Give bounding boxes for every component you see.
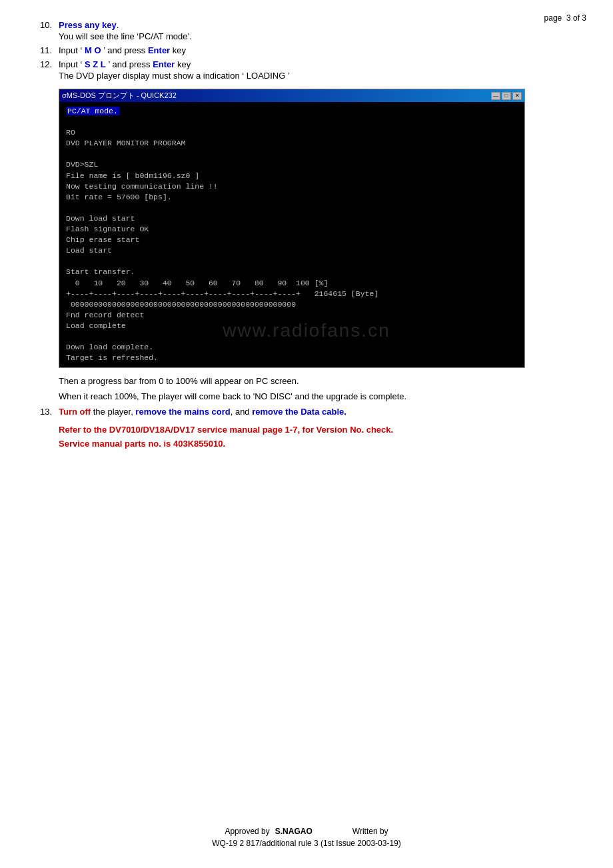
step-11-line: 11. Input ‘ M O ’ and press Enter key xyxy=(40,45,573,55)
dos-target-refreshed: Target is refreshed. xyxy=(66,353,518,363)
written-label: Written by xyxy=(352,827,388,836)
dos-download-start: Down load start xyxy=(66,213,518,224)
step-11-num: 11. xyxy=(40,45,59,55)
dos-load-complete: Load complete xyxy=(66,321,518,331)
remove-data: remove the Data cable. xyxy=(252,407,346,417)
dos-dvd-monitor: DVD PLAYER MONITOR PROGRAM xyxy=(66,138,518,149)
turn-off: Turn off xyxy=(59,407,91,417)
footer-line1: Approved by S.NAGAO Written by xyxy=(0,827,613,836)
footer-doc-ref: WQ-19 2 817/additional rule 3 (1st Issue… xyxy=(0,839,613,848)
note-block: Refer to the DV7010/DV18A/DV17 service m… xyxy=(59,423,573,451)
dos-progress-zeros: 0000000000000000000000000000000000000000… xyxy=(66,299,518,310)
reach-text: When it reach 100%, The player will come… xyxy=(59,391,573,401)
dos-download-complete: Down load complete. xyxy=(66,342,518,353)
footer-written: Written by xyxy=(352,827,388,836)
dos-filename: File name is [ b0dm1196.sz0 ] xyxy=(66,171,518,181)
enter-key-12: Enter xyxy=(153,59,175,69)
footer: Approved by S.NAGAO Written by WQ-19 2 8… xyxy=(0,827,613,848)
dos-blank1 xyxy=(66,117,518,127)
step-10-num: 10. xyxy=(40,20,59,30)
dos-pcmode: PC/AT mode. xyxy=(66,106,518,117)
dos-fnd-record: Fnd record detect xyxy=(66,310,518,321)
page-number: page 3 of 3 xyxy=(544,13,586,23)
dos-bitrate: Bit rate = 57600 [bps]. xyxy=(66,192,518,203)
dos-flash-sig: Flash signature OK xyxy=(66,224,518,235)
step-10-text: Press any key. xyxy=(59,20,119,30)
dos-blank5 xyxy=(66,331,518,342)
approved-label: Approved by xyxy=(225,827,269,836)
dos-testing: Now testing communication line !! xyxy=(66,181,518,192)
step-12-num: 12. xyxy=(40,59,59,69)
step-13-line: 13. Turn off the player, remove the main… xyxy=(40,407,573,417)
dos-progress-labels: 0 10 20 30 40 50 60 70 80 90 100 [%] xyxy=(66,278,518,289)
dos-titlebar: σMS-DOS プロンプト - QUICK232 — □ ✕ xyxy=(59,89,524,102)
dos-load-start: Load start xyxy=(66,245,518,256)
page-current: 3 of 3 xyxy=(566,13,586,23)
dos-blank2 xyxy=(66,149,518,159)
progress-text: Then a progress bar from 0 to 100% will … xyxy=(59,376,573,386)
remove-mains: remove the mains cord xyxy=(135,407,230,417)
enter-key-11: Enter xyxy=(148,45,170,55)
close-button[interactable]: ✕ xyxy=(512,92,522,100)
step-10-subtext: You will see the line ‘PC/AT mode’. xyxy=(59,31,573,41)
step-10: 10. Press any key. You will see the line… xyxy=(40,20,573,41)
page-label: page xyxy=(544,13,562,23)
press-any-key: Press any key xyxy=(59,20,117,30)
dos-blank3 xyxy=(66,203,518,213)
step-12: 12. Input ‘ S Z L ’ and press Enter key … xyxy=(40,59,573,81)
step-13: 13. Turn off the player, remove the main… xyxy=(40,407,573,417)
dos-start-transfer: Start transfer. xyxy=(66,267,518,277)
szl-command: S Z L xyxy=(85,59,106,69)
dos-title: σMS-DOS プロンプト - QUICK232 xyxy=(62,91,177,101)
pcmode-highlight: PC/AT mode. xyxy=(66,107,119,115)
footer-approved: Approved by S.NAGAO xyxy=(225,827,312,836)
dos-dvd-szl: DVD>SZL xyxy=(66,159,518,170)
dos-controls: — □ ✕ xyxy=(491,92,522,100)
dos-progress-bar-line: +----+----+----+----+----+----+----+----… xyxy=(66,289,518,299)
step-11: 11. Input ‘ M O ’ and press Enter key xyxy=(40,45,573,55)
step-10-line: 10. Press any key. xyxy=(40,20,573,30)
dos-chip-erase: Chip erase start xyxy=(66,235,518,245)
dos-ro: RO xyxy=(66,127,518,138)
dos-window: σMS-DOS プロンプト - QUICK232 — □ ✕ PC/AT mod… xyxy=(59,89,525,368)
dos-blank4 xyxy=(66,256,518,267)
note-line2: Service manual parts no. is 403K855010. xyxy=(59,437,573,451)
step-12-text: Input ‘ S Z L ’ and press Enter key xyxy=(59,59,191,69)
step-13-num: 13. xyxy=(40,407,59,417)
step-11-text: Input ‘ M O ’ and press Enter key xyxy=(59,45,186,55)
page-container: page 3 of 3 10. Press any key. You will … xyxy=(0,0,613,868)
approved-name: S.NAGAO xyxy=(275,827,312,836)
dos-content: PC/AT mode. RO DVD PLAYER MONITOR PROGRA… xyxy=(59,102,524,367)
minimize-button[interactable]: — xyxy=(491,92,500,100)
step-13-text: Turn off the player, remove the mains co… xyxy=(59,407,346,417)
maximize-button[interactable]: □ xyxy=(502,92,511,100)
mo-command: M O xyxy=(85,45,101,55)
note-line1: Refer to the DV7010/DV18A/DV17 service m… xyxy=(59,423,573,437)
step-12-subtext: The DVD player display must show a indic… xyxy=(59,71,573,81)
step-12-line: 12. Input ‘ S Z L ’ and press Enter key xyxy=(40,59,573,69)
